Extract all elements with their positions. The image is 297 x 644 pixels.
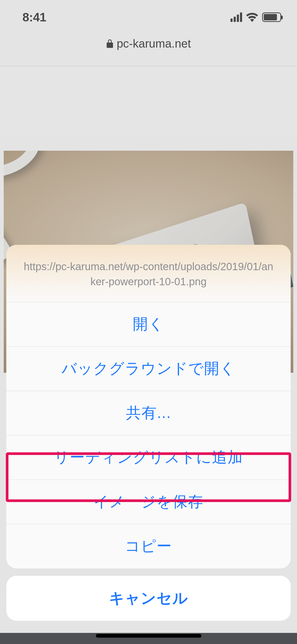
action-sheet-panel: https://pc-karuma.net/wp-content/uploads…	[6, 245, 291, 568]
action-copy[interactable]: コピー	[6, 524, 291, 568]
cancel-button[interactable]: キャンセル	[6, 576, 291, 621]
action-sheet-header: https://pc-karuma.net/wp-content/uploads…	[6, 245, 291, 302]
action-share[interactable]: 共有...	[6, 391, 291, 435]
action-save-image[interactable]: イメージを保存	[6, 480, 291, 524]
home-indicator[interactable]	[96, 634, 201, 638]
screen: 8:41 pc-karuma.net ANKER	[0, 0, 297, 644]
action-add-to-reading-list[interactable]: リーディングリストに追加	[6, 435, 291, 480]
action-open[interactable]: 開く	[6, 302, 291, 346]
action-sheet-url: https://pc-karuma.net/wp-content/uploads…	[22, 259, 275, 289]
action-open-in-background[interactable]: バックグラウンドで開く	[6, 346, 291, 391]
action-sheet: https://pc-karuma.net/wp-content/uploads…	[6, 245, 291, 621]
